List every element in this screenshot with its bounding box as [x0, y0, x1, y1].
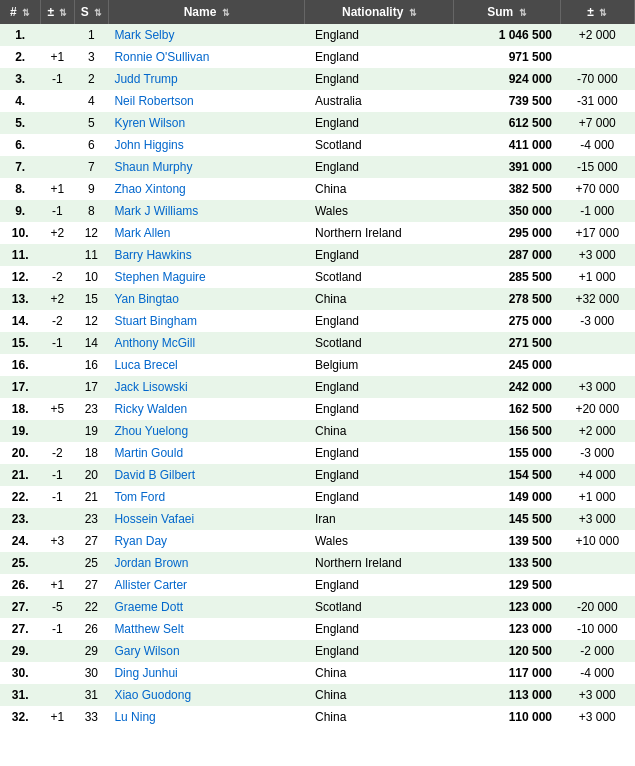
player-link[interactable]: Stephen Maguire [114, 270, 205, 284]
name-cell[interactable]: Jordan Brown [108, 552, 305, 574]
name-cell[interactable]: Tom Ford [108, 486, 305, 508]
player-link[interactable]: Tom Ford [114, 490, 165, 504]
player-link[interactable]: Jack Lisowski [114, 380, 187, 394]
name-cell[interactable]: Xiao Guodong [108, 684, 305, 706]
player-link[interactable]: Ryan Day [114, 534, 167, 548]
player-link[interactable]: Zhao Xintong [114, 182, 185, 196]
seed-cell: 11 [74, 244, 108, 266]
name-cell[interactable]: Graeme Dott [108, 596, 305, 618]
player-link[interactable]: Neil Robertson [114, 94, 193, 108]
rank-cell: 18. [0, 398, 40, 420]
seed-cell: 29 [74, 640, 108, 662]
sum-cell: 113 000 [454, 684, 560, 706]
player-link[interactable]: Ronnie O'Sullivan [114, 50, 209, 64]
player-link[interactable]: Graeme Dott [114, 600, 183, 614]
name-cell[interactable]: Mark Selby [108, 24, 305, 46]
seed-cell: 8 [74, 200, 108, 222]
name-cell[interactable]: Jack Lisowski [108, 376, 305, 398]
name-cell[interactable]: Zhao Xintong [108, 178, 305, 200]
name-cell[interactable]: Zhou Yuelong [108, 420, 305, 442]
table-row: 32.+133Lu NingChina110 000+3 000 [0, 706, 635, 728]
sum-cell: 275 000 [454, 310, 560, 332]
player-link[interactable]: Judd Trump [114, 72, 177, 86]
name-cell[interactable]: Mark Allen [108, 222, 305, 244]
name-cell[interactable]: Lu Ning [108, 706, 305, 728]
nationality-cell: Scotland [305, 332, 454, 354]
player-link[interactable]: Allister Carter [114, 578, 187, 592]
player-link[interactable]: Anthony McGill [114, 336, 195, 350]
rank-change-cell [40, 134, 74, 156]
name-cell[interactable]: Stephen Maguire [108, 266, 305, 288]
player-link[interactable]: Yan Bingtao [114, 292, 179, 306]
seed-cell: 23 [74, 508, 108, 530]
seed-cell: 23 [74, 398, 108, 420]
player-link[interactable]: Kyren Wilson [114, 116, 185, 130]
table-row: 13.+215Yan BingtaoChina278 500+32 000 [0, 288, 635, 310]
name-cell[interactable]: Ricky Walden [108, 398, 305, 420]
player-link[interactable]: Mark Selby [114, 28, 174, 42]
sum-change-cell: +3 000 [560, 244, 634, 266]
player-link[interactable]: Lu Ning [114, 710, 155, 724]
rank-change-cell [40, 90, 74, 112]
name-cell[interactable]: Yan Bingtao [108, 288, 305, 310]
rank-change-cell [40, 420, 74, 442]
name-cell[interactable]: Mark J Williams [108, 200, 305, 222]
rank-change-cell: -1 [40, 486, 74, 508]
nationality-cell: China [305, 420, 454, 442]
name-cell[interactable]: Hossein Vafaei [108, 508, 305, 530]
player-link[interactable]: Zhou Yuelong [114, 424, 188, 438]
player-link[interactable]: Mark Allen [114, 226, 170, 240]
player-link[interactable]: Gary Wilson [114, 644, 179, 658]
rank-cell: 1. [0, 24, 40, 46]
name-cell[interactable]: David B Gilbert [108, 464, 305, 486]
col-rank: # ⇅ [0, 0, 40, 24]
nationality-cell: Scotland [305, 266, 454, 288]
name-cell[interactable]: Barry Hawkins [108, 244, 305, 266]
seed-cell: 14 [74, 332, 108, 354]
rank-change-cell [40, 244, 74, 266]
player-link[interactable]: John Higgins [114, 138, 183, 152]
table-row: 27.-126Matthew SeltEngland123 000-10 000 [0, 618, 635, 640]
seed-cell: 7 [74, 156, 108, 178]
player-link[interactable]: Mark J Williams [114, 204, 198, 218]
player-link[interactable]: Ding Junhui [114, 666, 177, 680]
seed-cell: 12 [74, 310, 108, 332]
name-cell[interactable]: Judd Trump [108, 68, 305, 90]
name-cell[interactable]: Kyren Wilson [108, 112, 305, 134]
name-cell[interactable]: Gary Wilson [108, 640, 305, 662]
name-cell[interactable]: Ryan Day [108, 530, 305, 552]
col-nationality[interactable]: Nationality ⇅ [305, 0, 454, 24]
name-cell[interactable]: Shaun Murphy [108, 156, 305, 178]
player-link[interactable]: Jordan Brown [114, 556, 188, 570]
sum-cell: 271 500 [454, 332, 560, 354]
name-cell[interactable]: Ronnie O'Sullivan [108, 46, 305, 68]
name-cell[interactable]: Ding Junhui [108, 662, 305, 684]
nationality-cell: Scotland [305, 596, 454, 618]
name-cell[interactable]: Matthew Selt [108, 618, 305, 640]
name-cell[interactable]: Anthony McGill [108, 332, 305, 354]
nationality-cell: Wales [305, 200, 454, 222]
player-link[interactable]: Luca Brecel [114, 358, 177, 372]
col-name[interactable]: Name ⇅ [108, 0, 305, 24]
seed-cell: 17 [74, 376, 108, 398]
seed-cell: 5 [74, 112, 108, 134]
player-link[interactable]: David B Gilbert [114, 468, 195, 482]
rank-change-cell: +1 [40, 178, 74, 200]
name-cell[interactable]: Martin Gould [108, 442, 305, 464]
player-link[interactable]: Xiao Guodong [114, 688, 191, 702]
name-cell[interactable]: Stuart Bingham [108, 310, 305, 332]
name-cell[interactable]: Luca Brecel [108, 354, 305, 376]
player-link[interactable]: Stuart Bingham [114, 314, 197, 328]
player-link[interactable]: Ricky Walden [114, 402, 187, 416]
player-link[interactable]: Hossein Vafaei [114, 512, 194, 526]
player-link[interactable]: Barry Hawkins [114, 248, 191, 262]
player-link[interactable]: Martin Gould [114, 446, 183, 460]
player-link[interactable]: Matthew Selt [114, 622, 183, 636]
table-row: 6.6John HigginsScotland411 000-4 000 [0, 134, 635, 156]
nationality-cell: England [305, 46, 454, 68]
name-cell[interactable]: John Higgins [108, 134, 305, 156]
player-link[interactable]: Shaun Murphy [114, 160, 192, 174]
name-cell[interactable]: Allister Carter [108, 574, 305, 596]
rank-cell: 32. [0, 706, 40, 728]
name-cell[interactable]: Neil Robertson [108, 90, 305, 112]
